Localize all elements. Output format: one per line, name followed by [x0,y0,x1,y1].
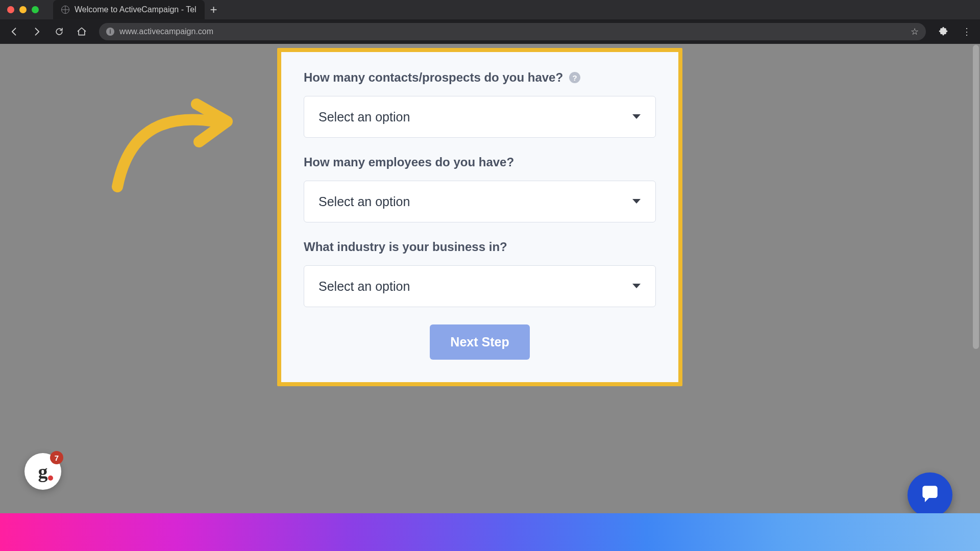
dot-icon [48,475,53,481]
window-maximize-button[interactable] [32,6,39,13]
browser-menu-button[interactable]: ⋮ [957,22,975,41]
select-placeholder: Select an option [318,110,410,124]
globe-icon [61,6,69,14]
field-employees-label: How many employees do you have? [304,155,656,169]
chevron-down-icon [632,198,641,205]
arrow-left-icon [9,27,19,37]
field-industry: What industry is your business in? Selec… [304,240,656,307]
puzzle-icon [938,27,948,37]
select-placeholder: Select an option [318,194,410,209]
tab-title: Welcome to ActiveCampaign - Tel [75,5,197,14]
window-controls [7,6,39,13]
field-employees: How many employees do you have? Select a… [304,155,656,222]
field-industry-label: What industry is your business in? [304,240,656,254]
browser-tabs: Welcome to ActiveCampaign - Tel + [53,0,223,19]
browser-tab-active[interactable]: Welcome to ActiveCampaign - Tel [53,0,205,19]
reload-button[interactable] [50,22,68,41]
submit-row: Next Step [304,324,656,360]
bookmark-star-icon[interactable]: ☆ [911,26,919,37]
annotation-arrow-icon [97,85,250,197]
chat-bubble-icon [919,484,941,506]
field-industry-select[interactable]: Select an option [304,265,656,307]
onboarding-form-highlight: How many contacts/prospects do you have?… [277,48,682,386]
onboarding-form: How many contacts/prospects do you have?… [281,52,678,382]
address-bar[interactable]: i www.activecampaign.com ☆ [99,23,926,40]
home-icon [77,27,87,37]
notification-badge: 7 [50,451,63,464]
window-close-button[interactable] [7,6,14,13]
home-button[interactable] [72,22,91,41]
chevron-down-icon [632,283,641,289]
kebab-icon: ⋮ [962,26,969,37]
forward-button[interactable] [28,22,46,41]
site-info-icon[interactable]: i [106,28,114,36]
window-minimize-button[interactable] [19,6,27,13]
reload-icon [54,27,64,37]
field-contacts-label: How many contacts/prospects do you have?… [304,70,656,85]
chat-launcher-button[interactable] [908,472,952,517]
extension-logo: g [38,462,48,481]
arrow-right-icon [32,27,42,37]
field-contacts-select[interactable]: Select an option [304,96,656,138]
extension-widget[interactable]: g 7 [24,453,61,490]
field-employees-select[interactable]: Select an option [304,181,656,222]
new-tab-button[interactable]: + [205,0,223,19]
help-icon[interactable]: ? [569,72,580,83]
browser-toolbar: i www.activecampaign.com ☆ ⋮ [0,19,980,44]
select-placeholder: Select an option [318,279,410,294]
extensions-button[interactable] [934,22,952,41]
back-button[interactable] [5,22,23,41]
chevron-down-icon [632,114,641,120]
browser-titlebar: Welcome to ActiveCampaign - Tel + [0,0,980,19]
field-contacts: How many contacts/prospects do you have?… [304,70,656,138]
url-text: www.activecampaign.com [119,27,905,36]
footer-gradient [0,513,980,551]
next-step-button[interactable]: Next Step [430,324,529,360]
page-viewport: How many contacts/prospects do you have?… [0,44,980,551]
